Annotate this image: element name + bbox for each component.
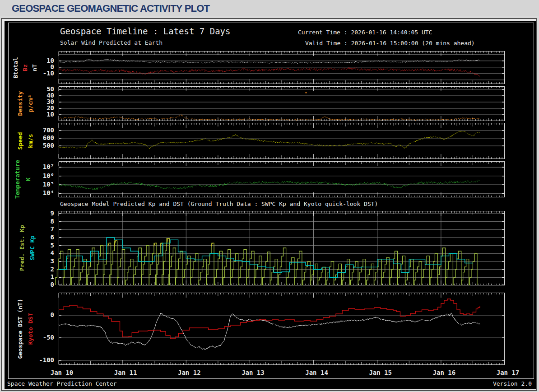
temperature-gridlines <box>59 167 505 193</box>
current-time: Current Time : 2026-01-16 14:40:05 UTC <box>298 29 432 36</box>
swpc-kp-step-line <box>59 238 473 277</box>
temperature-border <box>59 162 505 197</box>
speed-time-ticks <box>59 123 505 159</box>
pred-kp-high-segments <box>108 238 214 247</box>
kyoto-dst-step-line <box>59 299 480 339</box>
speed-border <box>59 123 505 159</box>
temperature-trace <box>59 180 479 190</box>
x-tick-label: Jan 10 <box>42 369 82 376</box>
temperature-y-tick-label: 10⁴ <box>26 189 54 196</box>
kp-y-tick-label: 9 <box>26 210 54 217</box>
kp-day-gridlines <box>122 211 441 285</box>
dst-y-tick-label: -50 <box>26 334 54 341</box>
axis-label-geospace-dst: Geospace DST (nT) <box>17 299 23 359</box>
kp-y-tick-label: 6 <box>26 233 54 241</box>
density-y-tick-label: 10 <box>26 111 54 118</box>
kp-y-tick-label: 7 <box>26 225 54 233</box>
kp-y-tick-label: 3 <box>26 257 54 265</box>
axis-label-pred-kp: Pred. Est. Kp <box>19 225 25 271</box>
temperature-time-ticks <box>59 162 505 197</box>
density-trace <box>59 115 479 120</box>
x-tick-label: Jan 16 <box>424 369 465 376</box>
density-gridlines <box>59 89 505 115</box>
x-tick-label: Jan 13 <box>232 369 273 376</box>
footer-version: Version 2.0 <box>493 380 532 387</box>
axis-label-speed: Speed <box>17 132 23 149</box>
axis-label-btotal: Btotal <box>12 57 19 79</box>
dst-y-tick-label: -100 <box>26 356 54 364</box>
speed-y-tick-label: 500 <box>26 142 54 149</box>
x-tick-label: Jan 15 <box>360 369 401 376</box>
kp-y-tick-label: 1 <box>26 273 54 280</box>
density-outlier-point <box>306 92 307 93</box>
axis-label-density: Density <box>17 91 23 116</box>
speed-gridlines <box>59 131 505 146</box>
speed-y-tick-label: 600 <box>26 134 54 141</box>
geospace-dst-line <box>59 313 480 350</box>
density-border <box>59 87 505 121</box>
page-header: GEOSPACE GEOMAGNETIC ACTIVITY PLOT <box>0 0 539 16</box>
mid-title: Geospace Model Predicted Kp and DST (Gro… <box>60 201 378 207</box>
density-time-ticks <box>59 87 505 121</box>
speed-y-tick-label: 700 <box>26 126 54 134</box>
kp-y-tick-label: 2 <box>26 266 54 273</box>
temperature-y-tick-label: 10⁵ <box>26 181 54 188</box>
x-tick-label: Jan 11 <box>105 369 146 376</box>
x-tick-label: Jan 17 <box>488 369 528 376</box>
chart-title: Geospace Timeline : Latest 7 Days <box>60 26 231 36</box>
temperature-y-ticks <box>59 167 505 193</box>
btotal-trace <box>59 59 479 63</box>
valid-time: Valid Time : 2026-01-16 15:00:00 (20 min… <box>305 40 475 47</box>
dst-gridlines <box>59 315 505 360</box>
solar_wind_b-y-tick-label: -10 <box>26 70 54 77</box>
dst-time-ticks <box>59 293 505 364</box>
x-tick-label: Jan 14 <box>297 369 337 376</box>
dst-border <box>59 293 505 365</box>
geospace-activity-page: GEOSPACE GEOMAGNETIC ACTIVITY PLOT Geosp… <box>0 0 539 392</box>
kp-y-tick-label: 0 <box>26 281 54 288</box>
solar_wind_b-gridlines <box>59 55 505 80</box>
page-title: GEOSPACE GEOMAGNETIC ACTIVITY PLOT <box>12 3 209 14</box>
x-tick-label: Jan 12 <box>169 369 209 376</box>
dst-y-tick-label: 0 <box>26 311 54 318</box>
axis-label-temperature: Temperature <box>14 160 21 199</box>
footer-credit: Space Weather Prediction Center <box>7 380 117 387</box>
bz-trace <box>59 67 479 76</box>
kp-y-tick-label: 8 <box>26 218 54 225</box>
kp-y-tick-label: 5 <box>26 242 54 249</box>
kp-y-tick-label: 4 <box>26 249 54 257</box>
temperature-y-tick-label: 10⁷ <box>26 163 54 170</box>
temperature-y-tick-label: 10⁶ <box>26 172 54 179</box>
chart-subtitle: Solar Wind Predicted at Earth <box>60 39 163 46</box>
